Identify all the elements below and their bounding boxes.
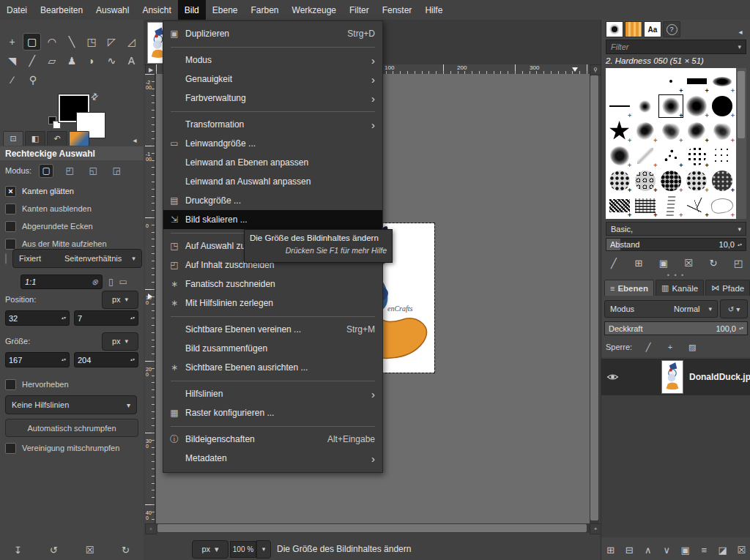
subtract-mode-button[interactable]: ◱ — [86, 164, 100, 178]
free-select-tool-button[interactable]: ◠ — [42, 33, 61, 51]
menu-item-druckgröße[interactable]: ▤Druckgröße ... — [163, 191, 382, 210]
dock-handle[interactable]: • • • — [601, 273, 750, 277]
menu-item-bild-skalieren[interactable]: ⇲Bild skalieren ... — [163, 210, 382, 229]
brush-swatch[interactable]: + — [606, 168, 632, 193]
unchecked-checkbox[interactable] — [5, 221, 16, 232]
handle-transform-tool-button[interactable]: ◿ — [122, 33, 141, 51]
unchecked-checkbox[interactable] — [5, 204, 16, 214]
quick-mask-button[interactable]: ▫ — [145, 523, 157, 534]
brush-swatch[interactable]: + — [658, 119, 683, 143]
lock-position-icon[interactable]: + — [664, 341, 676, 353]
shrink-merged-option[interactable]: Vereinigung mitschrumpfen — [5, 439, 138, 457]
brush-group-dropdown[interactable]: Basic, ▾ — [606, 222, 746, 236]
brush-swatch[interactable] — [710, 143, 735, 168]
fixed-aspect-dropdown[interactable]: Fixiert Seitenverhältnis ▾ — [12, 249, 142, 268]
tab-ebenen[interactable]: ≡Ebenen — [604, 280, 654, 296]
menu-item-farbverwaltung[interactable]: Farbverwaltung› — [163, 89, 382, 108]
menu-item-fanatisch-zuschneiden[interactable]: ∗Fanatisch zuschneiden — [163, 275, 382, 294]
swap-colors-icon[interactable]: ⇄ — [89, 90, 101, 102]
brush-swatch[interactable]: + — [632, 168, 658, 193]
brush-swatch[interactable] — [632, 69, 658, 94]
brush-swatch[interactable]: + — [684, 168, 710, 193]
brush-swatch[interactable]: + — [684, 119, 710, 143]
restore-tool-preset-button[interactable]: ↺ — [46, 542, 62, 557]
new-brush-button[interactable]: ⊞ — [631, 255, 647, 270]
menu-item-leinwand-an-ebenen-anpassen[interactable]: Leinwand an Ebenen anpassen — [163, 153, 382, 172]
size-height-input[interactable]: 204 ▴▾ — [74, 352, 138, 367]
crop-tool-button[interactable]: ◳ — [83, 33, 101, 51]
spinner-arrows-icon[interactable]: ▴▾ — [130, 358, 135, 362]
spinner-arrows-icon[interactable]: ▴▾ — [739, 326, 743, 330]
brush-swatch[interactable]: + — [658, 69, 683, 94]
menu-item-sichtbare-ebenen-ausrichten[interactable]: ∗Sichtbare Ebenen ausrichten ... — [163, 358, 382, 377]
menu-item-hilfslinien[interactable]: Hilfslinien› — [163, 384, 382, 403]
menu-item-bild-zusammenfügen[interactable]: Bild zusammenfügen — [163, 339, 382, 358]
spinner-arrows-icon[interactable]: ▴▾ — [62, 358, 66, 362]
clone-tool-button[interactable]: ♟ — [62, 52, 81, 70]
menu-item-bildeigenschaften[interactable]: ⓘBildeigenschaftenAlt+Eingabe — [163, 430, 382, 449]
status-unit-dropdown[interactable]: px ▾ — [192, 540, 229, 559]
tab-brushes[interactable] — [606, 21, 623, 37]
refresh-brushes-button[interactable]: ↻ — [705, 255, 721, 270]
menu-item-leinwand-an-auswahl-anpassen[interactable]: Leinwand an Auswahl anpassen — [163, 172, 382, 191]
menubar-item-hilfe[interactable]: Hilfe — [418, 0, 449, 20]
brush-swatch[interactable]: + — [658, 193, 683, 218]
brush-swatch[interactable]: + — [710, 119, 735, 143]
lock-pixels-icon[interactable]: ╱ — [642, 341, 654, 353]
menubar-item-ebene[interactable]: Ebene — [206, 0, 245, 20]
layer-opacity-slider[interactable]: Deckkraft 100,0 ▴▾ — [604, 321, 748, 335]
tab-help[interactable]: ? — [663, 21, 680, 37]
highlight-checkbox[interactable] — [5, 379, 16, 390]
vertical-scrollbar-thumb[interactable] — [590, 75, 598, 520]
delete-layer-button[interactable]: ☒ — [733, 542, 749, 557]
brush-swatch[interactable] — [632, 94, 658, 119]
tab-undo-history[interactable]: ↶ — [47, 131, 67, 146]
tool-option-row[interactable]: Kanten ausblenden — [5, 200, 138, 217]
spinner-arrows-icon[interactable]: ▴▾ — [130, 316, 135, 320]
fixed-checkbox[interactable] — [5, 253, 7, 264]
brush-scrollbar-thumb[interactable] — [738, 71, 745, 138]
lock-alpha-icon[interactable]: ▨ — [686, 341, 698, 353]
brush-swatch[interactable]: + — [684, 143, 710, 168]
duplicate-layer-button[interactable]: ▣ — [677, 542, 694, 557]
clear-icon[interactable]: ⊗ — [92, 277, 98, 287]
brush-swatch[interactable]: + — [710, 168, 735, 193]
layer-mode-reset-button[interactable]: ↺ ▾ — [720, 299, 748, 318]
zoom-tool-button[interactable]: ⚲ — [23, 71, 42, 89]
tab-patterns[interactable] — [625, 21, 642, 37]
brush-swatch[interactable]: + — [606, 193, 632, 218]
landscape-icon[interactable]: ▭ — [119, 277, 127, 287]
paths-tool-button[interactable]: ∿ — [103, 52, 121, 70]
position-y-input[interactable]: 7 ▴▾ — [74, 310, 138, 326]
brush-swatch[interactable]: + — [606, 94, 632, 119]
menubar-item-werkzeuge[interactable]: Werkzeuge — [286, 0, 343, 20]
checked-checkbox[interactable]: × — [5, 186, 16, 197]
brush-swatch[interactable]: + — [658, 168, 683, 193]
brush-swatch[interactable]: + — [684, 94, 710, 119]
layer-mask-button[interactable]: ◪ — [715, 542, 731, 557]
merge-layer-button[interactable]: ≡ — [696, 542, 712, 557]
tab-brush-editor[interactable] — [69, 131, 89, 146]
brush-swatch[interactable]: + — [632, 119, 658, 143]
bucket-fill-tool-button[interactable]: ◥ — [3, 52, 21, 70]
brush-filter-input[interactable]: Filter ▾ — [606, 40, 746, 54]
menu-item-transformation[interactable]: Transformation› — [163, 115, 382, 134]
brush-swatch[interactable]: + — [684, 193, 710, 218]
brush-swatch[interactable]: + — [606, 119, 632, 143]
brush-spacing-slider[interactable]: Abstand 10,0 ▴▾ — [606, 238, 746, 251]
menubar-item-ansicht[interactable]: Ansicht — [135, 0, 177, 20]
position-unit-dropdown[interactable]: px ▾ — [102, 291, 138, 309]
auto-shrink-button[interactable]: Automatisch schrumpfen — [5, 419, 138, 437]
eraser-tool-button[interactable]: ▱ — [42, 52, 61, 70]
brush-swatch[interactable]: + — [710, 193, 735, 218]
collapse-dock-icon[interactable]: ◂ — [129, 134, 141, 146]
spinner-arrows-icon[interactable]: ▴▾ — [738, 243, 742, 247]
menubar-item-datei[interactable]: Datei — [0, 0, 34, 20]
smudge-tool-button[interactable]: ◗ — [83, 52, 101, 70]
tool-option-row[interactable]: ×Kanten glätten — [5, 182, 138, 200]
aspect-ratio-input[interactable]: 1:1 ⊗ — [21, 275, 103, 289]
open-brush-as-image-button[interactable]: ◰ — [730, 255, 746, 270]
delete-brush-button[interactable]: ☒ — [680, 255, 697, 270]
size-width-input[interactable]: 167 ▴▾ — [5, 352, 70, 367]
duplicate-brush-button[interactable]: ▣ — [656, 255, 672, 270]
